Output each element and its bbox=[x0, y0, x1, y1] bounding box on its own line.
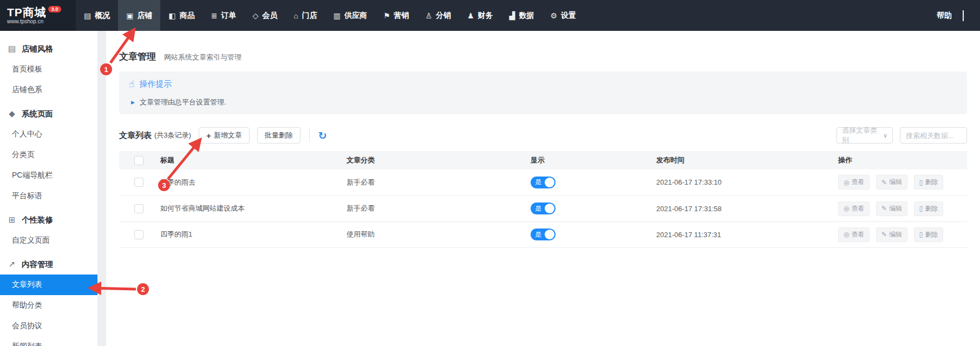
publish-time: 2021-06-17 17:31:58 bbox=[656, 195, 838, 221]
brand-title: TP商城 bbox=[7, 7, 47, 18]
visible-toggle[interactable]: 是 bbox=[531, 229, 556, 240]
sidebar-item-article-list[interactable]: 文章列表 bbox=[0, 275, 97, 295]
delete-label: 删除 bbox=[925, 230, 938, 239]
article-category: 使用帮助 bbox=[347, 221, 531, 247]
delete-button[interactable]: ▯删除 bbox=[914, 201, 944, 216]
nav-item-orders[interactable]: ≣ 订单 bbox=[203, 0, 245, 31]
plus-icon: + bbox=[206, 132, 211, 140]
nav-item-finance[interactable]: ♟ 财务 bbox=[459, 0, 501, 31]
edit-button[interactable]: ✎编辑 bbox=[876, 227, 907, 242]
version-badge: 3.0 bbox=[48, 6, 62, 12]
add-article-button[interactable]: + 新增文章 bbox=[199, 127, 250, 143]
sidebar-item-home-template[interactable]: 首页模板 bbox=[0, 59, 97, 80]
trash-icon: ▯ bbox=[919, 205, 923, 212]
pencil-icon: ✎ bbox=[881, 179, 887, 186]
sidebar-item-label: 会员协议 bbox=[12, 321, 42, 331]
view-button[interactable]: ◎查看 bbox=[838, 227, 870, 242]
nav-item-settings[interactable]: ⚙ 设置 bbox=[542, 0, 584, 31]
sidebar-item-category-page[interactable]: 分类页 bbox=[0, 145, 97, 165]
nav-item-members[interactable]: ◇ 会员 bbox=[244, 0, 285, 31]
view-label: 查看 bbox=[851, 204, 864, 213]
hand-click-icon: ☝ bbox=[129, 79, 134, 90]
nav-item-label: 会员 bbox=[262, 11, 277, 21]
sidebar-item-label: 平台标语 bbox=[12, 191, 42, 201]
nav-item-data[interactable]: ▟ 数据 bbox=[501, 0, 543, 31]
chart-icon: ↗ bbox=[7, 259, 17, 269]
sidebar-group-label: 个性装修 bbox=[22, 215, 53, 225]
batch-delete-label: 批量删除 bbox=[265, 130, 293, 140]
delete-button[interactable]: ▯删除 bbox=[914, 175, 944, 190]
search-input[interactable] bbox=[900, 127, 967, 143]
sidebar-item-news-list[interactable]: 新闻列表 bbox=[0, 336, 97, 346]
sidebar-item-personal-center[interactable]: 个人中心 bbox=[0, 124, 97, 145]
edit-button[interactable]: ✎编辑 bbox=[876, 201, 907, 216]
table-row: 四季的雨1 使用帮助 是 2021-06-17 11:37:31 ◎查看 ✎编辑… bbox=[119, 221, 967, 247]
sidebar-group-system-pages[interactable]: ◆ 系统页面 bbox=[0, 103, 97, 124]
view-button[interactable]: ◎查看 bbox=[838, 175, 870, 190]
add-article-label: 新增文章 bbox=[214, 130, 242, 140]
nav-item-label: 设置 bbox=[561, 11, 576, 21]
nav-item-marketing[interactable]: ⚑ 营销 bbox=[375, 0, 417, 31]
nav-item-label: 数据 bbox=[519, 11, 534, 21]
view-button[interactable]: ◎查看 bbox=[838, 201, 870, 216]
delete-button[interactable]: ▯删除 bbox=[914, 227, 944, 242]
sidebar-group-shop-style[interactable]: ▤ 店铺风格 bbox=[0, 38, 97, 59]
column-header-category: 文章分类 bbox=[347, 151, 531, 169]
select-value: 选择文章类别 bbox=[842, 126, 883, 145]
shop-icon: ▣ bbox=[126, 11, 133, 20]
annotation-step-2: 2 bbox=[137, 283, 149, 295]
row-checkbox[interactable] bbox=[134, 178, 143, 187]
sidebar-item-custom-page[interactable]: 自定义页面 bbox=[0, 230, 97, 251]
visible-toggle[interactable]: 是 bbox=[531, 177, 556, 188]
orders-icon: ≣ bbox=[211, 11, 218, 20]
nav-right: 帮助 bbox=[937, 0, 980, 31]
data-icon: ▟ bbox=[509, 11, 515, 20]
sidebar-group-label: 店铺风格 bbox=[22, 44, 53, 54]
nav-item-label: 订单 bbox=[221, 11, 236, 21]
row-checkbox[interactable] bbox=[134, 230, 143, 239]
toggle-on-label: 是 bbox=[535, 230, 541, 239]
nav-item-stores[interactable]: ⌂ 门店 bbox=[285, 0, 325, 31]
nav-item-distribution[interactable]: ♙ 分销 bbox=[417, 0, 459, 31]
sidebar-group-content-management[interactable]: ↗ 内容管理 bbox=[0, 254, 97, 275]
brand-url: www.tpshop.cn bbox=[7, 18, 76, 24]
brand-logo[interactable]: TP商城 3.0 www.tpshop.cn bbox=[0, 0, 76, 31]
nav-item-suppliers[interactable]: ▥ 供应商 bbox=[325, 0, 375, 31]
select-all-checkbox[interactable] bbox=[134, 156, 143, 165]
article-category: 新手必看 bbox=[347, 195, 531, 221]
row-checkbox[interactable] bbox=[134, 204, 143, 213]
sidebar-item-label: 首页模板 bbox=[12, 64, 42, 74]
table-header-row: 标题 文章分类 显示 发布时间 操作 bbox=[119, 151, 967, 169]
edit-label: 编辑 bbox=[889, 230, 902, 239]
article-title: 如何节省商城网站建设成本 bbox=[160, 195, 347, 221]
nav-item-overview[interactable]: ▤ 概况 bbox=[76, 0, 118, 31]
sidebar-item-shop-colors[interactable]: 店铺色系 bbox=[0, 80, 97, 100]
distribution-icon: ♙ bbox=[425, 11, 432, 20]
annotation-step-3: 3 bbox=[158, 179, 170, 191]
help-link[interactable]: 帮助 bbox=[937, 11, 952, 21]
publish-time: 2021-06-17 11:37:31 bbox=[656, 221, 838, 247]
marketing-icon: ⚑ bbox=[383, 11, 390, 20]
sidebar-item-platform-slogan[interactable]: 平台标语 bbox=[0, 186, 97, 206]
sidebar-item-help-category[interactable]: 帮助分类 bbox=[0, 295, 97, 316]
refresh-icon[interactable]: ↻ bbox=[318, 130, 327, 141]
eye-icon: ◎ bbox=[844, 231, 849, 238]
column-header-visible: 显示 bbox=[531, 151, 656, 169]
article-category-select[interactable]: 选择文章类别 ∨ bbox=[837, 127, 893, 143]
edit-button[interactable]: ✎编辑 bbox=[876, 175, 907, 190]
sidebar-item-pc-navbar[interactable]: PC端导航栏 bbox=[0, 165, 97, 186]
toggle-on-label: 是 bbox=[535, 204, 541, 213]
sidebar-item-label: 自定义页面 bbox=[12, 236, 50, 245]
nav-item-goods[interactable]: ◧ 商品 bbox=[160, 0, 202, 31]
visible-toggle[interactable]: 是 bbox=[531, 203, 556, 214]
sidebar-item-member-agreement[interactable]: 会员协议 bbox=[0, 316, 97, 336]
table-row: 如何节省商城网站建设成本 新手必看 是 2021-06-17 17:31:58 … bbox=[119, 195, 967, 221]
view-label: 查看 bbox=[851, 178, 864, 187]
operation-tip-panel: ☝ 操作提示 ▶ 文章管理由总平台设置管理. bbox=[119, 71, 967, 114]
publish-time: 2021-06-17 17:33:10 bbox=[656, 169, 838, 195]
batch-delete-button[interactable]: 批量删除 bbox=[257, 127, 300, 143]
nav-item-label: 商品 bbox=[180, 11, 195, 21]
document-icon: ▤ bbox=[7, 44, 17, 54]
sidebar-group-custom-decoration[interactable]: ⊞ 个性装修 bbox=[0, 210, 97, 230]
nav-item-shop[interactable]: ▣ 店铺 bbox=[118, 0, 160, 31]
